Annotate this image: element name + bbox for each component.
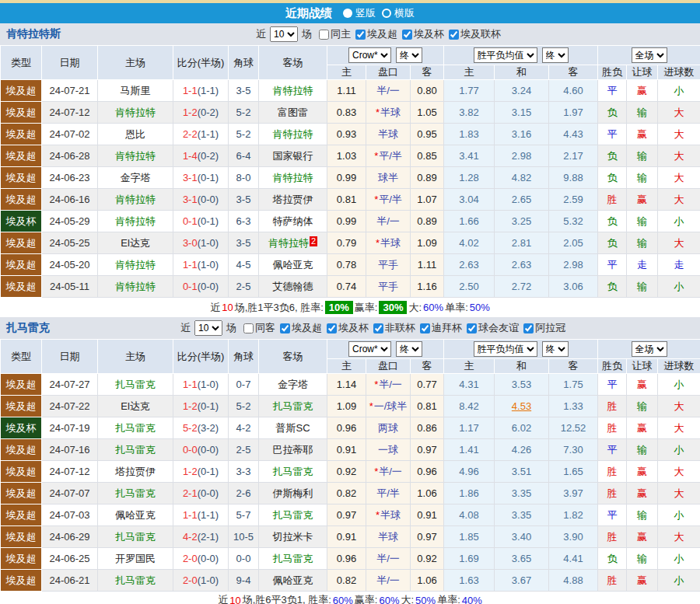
cell-date: 24-07-22	[42, 396, 98, 417]
same-venue-filter[interactable]: 同客	[243, 321, 275, 335]
competition-label: 埃及联杯	[460, 27, 501, 41]
competition-checkbox[interactable]	[467, 323, 477, 333]
score-fulltime: 3-1	[183, 194, 198, 205]
competition-checkbox[interactable]	[420, 323, 430, 333]
average-stage-select[interactable]: 终	[542, 341, 569, 357]
col-let-ball: 让球	[627, 65, 658, 80]
competition-filter[interactable]: 埃及超	[355, 27, 397, 41]
competition-filter[interactable]: 埃及联杯	[449, 27, 501, 41]
score-fulltime: 3-1	[183, 172, 198, 183]
cell-home-odds: 1.09	[327, 396, 366, 417]
avg-draw-value: 3.67	[512, 574, 531, 586]
competition-tag: 埃及超	[1, 570, 42, 592]
avg-draw-value: 3.53	[512, 379, 531, 390]
competition-checkbox[interactable]	[327, 323, 337, 333]
cell-home-odds: 0.83	[327, 102, 366, 124]
layout-option-vertical[interactable]: 竖版	[355, 6, 376, 20]
competition-checkbox[interactable]	[523, 323, 534, 333]
competition-checkbox[interactable]	[355, 30, 366, 40]
score-fulltime: 2-0	[183, 553, 198, 564]
summary-segment: 30%	[379, 301, 407, 314]
scope-select[interactable]: 全场	[632, 341, 667, 357]
col-result: 胜负	[598, 359, 627, 374]
avg-draw-value: 2.72	[512, 281, 531, 292]
competition-filter[interactable]: 球会友谊	[467, 321, 519, 335]
competition-filter[interactable]: 埃及杯	[402, 27, 444, 41]
layout-option-horizontal[interactable]: 横版	[394, 6, 415, 20]
odds-stage-select[interactable]: 终	[396, 341, 422, 357]
cell-corner: 3-5	[229, 80, 259, 102]
handicap-change-star: *	[376, 237, 380, 249]
competition-filter[interactable]: 埃及超	[280, 321, 322, 335]
avg-draw-value[interactable]: 4.53	[512, 400, 531, 412]
filter-bar: 近10场同客埃及超埃及杯非联杯迪拜杯球会友谊阿拉冠	[50, 320, 694, 336]
competition-tag: 埃及超	[1, 189, 42, 211]
cell-avg-away: 1.97	[549, 102, 598, 124]
recent-label: 近	[180, 321, 191, 335]
cell-avg-home: 3.41	[444, 145, 495, 167]
col-handicap-home: 主	[327, 65, 366, 80]
match-row: 埃及超24-06-16肯特拉特3-1(0-0)3-5塔拉贾伊0.81*平/半1.…	[1, 189, 700, 211]
competition-filter[interactable]: 非联杯	[373, 321, 415, 335]
competition-checkbox[interactable]	[402, 30, 412, 40]
same-venue-filter[interactable]: 同主	[319, 27, 351, 41]
score-fulltime: 1-2	[183, 400, 198, 412]
cell-corner: 9-4	[229, 570, 259, 592]
score-fulltime: 0-1	[183, 281, 198, 292]
cell-away-team: 特萨纳体	[259, 211, 327, 232]
competition-label: 埃及杯	[338, 321, 369, 335]
summary-segment: 近	[210, 301, 220, 315]
col-goals: 进球数	[658, 359, 700, 374]
recent-count-select[interactable]: 10	[194, 320, 222, 336]
handicap-group-header: Crow*终	[327, 340, 444, 359]
competition-checkbox[interactable]	[373, 323, 383, 333]
cell-score: 1-2(0-1)	[173, 461, 229, 483]
same-venue-checkbox[interactable]	[243, 323, 254, 333]
score-halftime: (0-0)	[198, 444, 219, 456]
score-fulltime: 1-1	[183, 379, 198, 390]
bookmaker-select[interactable]: Crow*	[348, 341, 391, 357]
cell-avg-draw: 3.16	[495, 124, 549, 145]
bookmaker-select[interactable]: Crow*	[348, 47, 391, 63]
competition-filter[interactable]: 埃及杯	[327, 321, 369, 335]
competition-filter[interactable]: 阿拉冠	[523, 321, 565, 335]
average-stage-select[interactable]: 终	[542, 47, 569, 63]
cell-handicap: 半/一	[366, 570, 411, 592]
competition-checkbox[interactable]	[280, 323, 290, 333]
avg-draw-value: 3.51	[512, 466, 531, 477]
cell-handicap: *半球	[366, 504, 411, 526]
average-type-select[interactable]: 胜平负均值	[474, 341, 537, 357]
cell-avg-draw: 2.98	[495, 145, 549, 167]
cell-avg-home: 1.86	[444, 483, 495, 504]
scope-select[interactable]: 全场	[632, 47, 667, 63]
avg-draw-value: 3.15	[512, 106, 531, 118]
competition-filter[interactable]: 迪拜杯	[420, 321, 462, 335]
cell-handicap-result: 输	[627, 102, 658, 124]
cell-avg-draw: 4.82	[495, 167, 549, 189]
odds-stage-select[interactable]: 终	[396, 47, 422, 63]
avg-draw-value: 3.65	[512, 553, 531, 564]
col-date: 日期	[42, 340, 98, 374]
cell-date: 24-07-27	[42, 374, 98, 396]
cell-avg-draw: 4.26	[495, 439, 549, 461]
score-halftime: (0-1)	[198, 172, 219, 183]
score-fulltime: 0-0	[183, 444, 198, 456]
cell-home-team: 扎马雷克	[98, 570, 173, 592]
cell-handicap-result: 输	[627, 548, 658, 570]
average-type-select[interactable]: 胜平负均值	[474, 47, 537, 63]
cell-home-odds: 1.11	[327, 80, 366, 102]
cell-away-team: 金字塔	[259, 374, 327, 396]
summary-segment: 60%	[423, 302, 443, 313]
cell-away-odds: 0.80	[411, 80, 444, 102]
col-away: 客场	[259, 340, 327, 374]
recent-count-select[interactable]: 10	[270, 26, 298, 42]
layout-radio-horizontal-icon[interactable]	[382, 9, 391, 18]
same-venue-checkbox[interactable]	[319, 30, 329, 40]
layout-radio-vertical-icon[interactable]	[343, 9, 352, 18]
cell-result: 负	[598, 211, 627, 232]
cell-date: 24-07-12	[42, 102, 98, 124]
cell-goals-result: 小	[658, 80, 700, 102]
competition-checkbox[interactable]	[449, 30, 459, 40]
handicap-change-star: *	[376, 106, 380, 118]
match-row: 埃及超24-07-07扎马雷克2-1(0-0)2-6伊斯梅利0.82平/半1.0…	[1, 483, 700, 504]
